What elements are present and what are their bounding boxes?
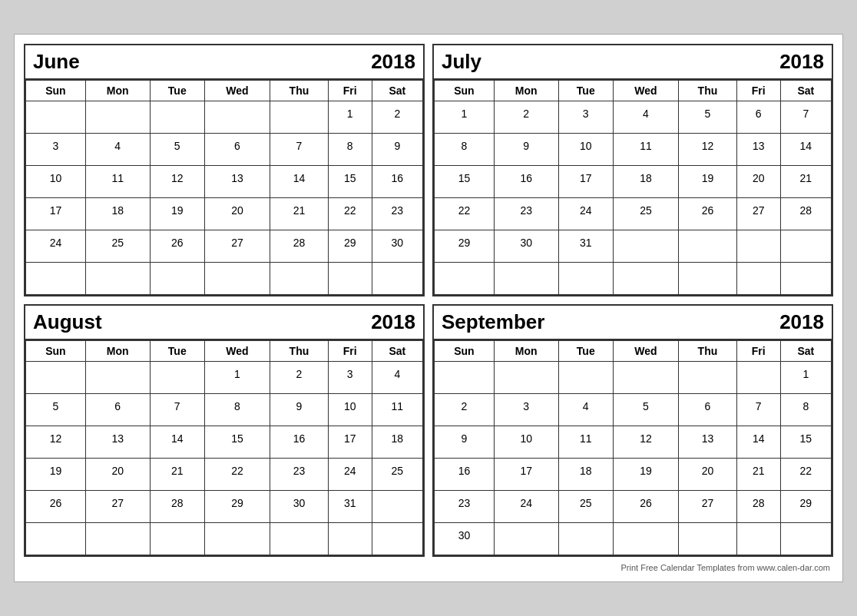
calendar-day xyxy=(204,263,270,295)
calendar-day: 9 xyxy=(372,134,422,166)
calendar-day: 14 xyxy=(780,134,831,166)
calendar-day: 3 xyxy=(26,134,86,166)
day-header: Thu xyxy=(270,81,328,101)
calendar-day: 19 xyxy=(613,459,678,491)
calendar-day xyxy=(150,362,204,394)
calendar-day: 13 xyxy=(736,134,780,166)
calendar-day: 19 xyxy=(678,166,736,198)
calendar-day xyxy=(613,523,678,555)
calendar-header-june-2018: June2018 xyxy=(25,45,423,80)
year-name-june-2018: 2018 xyxy=(371,50,415,74)
calendar-day xyxy=(678,362,736,394)
calendar-day: 29 xyxy=(780,491,831,523)
calendar-day: 3 xyxy=(328,362,372,394)
calendar-day xyxy=(328,523,372,555)
calendar-day: 1 xyxy=(328,101,372,134)
page: June2018SunMonTueWedThuFriSat12345678910… xyxy=(14,34,843,582)
calendar-day: 20 xyxy=(736,166,780,198)
calendar-day: 29 xyxy=(328,230,372,263)
calendar-day: 13 xyxy=(85,426,150,459)
calendar-day: 3 xyxy=(494,394,558,426)
calendar-day: 5 xyxy=(26,394,86,426)
calendar-day xyxy=(150,263,204,295)
calendar-day: 3 xyxy=(558,101,613,134)
calendar-day: 11 xyxy=(558,426,613,459)
year-name-july-2018: 2018 xyxy=(779,50,824,74)
day-header: Mon xyxy=(494,341,558,362)
calendar-day: 15 xyxy=(435,166,495,198)
calendar-day: 25 xyxy=(613,198,678,230)
calendar-day: 25 xyxy=(558,491,613,523)
calendar-day: 26 xyxy=(26,491,86,523)
day-header: Sat xyxy=(372,81,422,101)
calendar-day: 27 xyxy=(204,230,270,263)
day-header: Wed xyxy=(204,81,270,101)
cal-table-july-2018: SunMonTueWedThuFriSat1234567891011121314… xyxy=(434,80,832,295)
calendar-day xyxy=(494,263,558,295)
calendar-day: 2 xyxy=(372,101,422,134)
calendar-day: 1 xyxy=(435,101,495,134)
calendar-day: 23 xyxy=(372,198,422,230)
calendar-day: 6 xyxy=(736,101,780,134)
calendar-august-2018: August2018SunMonTueWedThuFriSat123456789… xyxy=(24,304,425,557)
calendar-day: 16 xyxy=(372,166,422,198)
calendar-day xyxy=(558,362,613,394)
day-header: Sun xyxy=(26,81,86,101)
calendar-day: 23 xyxy=(494,198,558,230)
calendar-day: 28 xyxy=(150,491,204,523)
calendar-day xyxy=(85,523,150,555)
day-header: Tue xyxy=(150,341,204,362)
calendar-day: 1 xyxy=(780,362,831,394)
calendar-day: 29 xyxy=(204,491,270,523)
calendar-day: 30 xyxy=(435,523,495,555)
month-name-august-2018: August xyxy=(33,310,102,334)
calendar-day: 4 xyxy=(613,101,678,134)
calendar-header-august-2018: August2018 xyxy=(25,306,423,340)
calendar-day: 8 xyxy=(435,134,495,166)
calendar-day: 23 xyxy=(270,459,328,491)
day-header: Tue xyxy=(558,341,613,362)
calendar-day: 9 xyxy=(270,394,328,426)
calendar-day: 15 xyxy=(780,426,831,459)
day-header: Mon xyxy=(85,341,150,362)
calendar-day: 21 xyxy=(150,459,204,491)
day-header: Thu xyxy=(270,341,328,362)
calendar-day: 21 xyxy=(736,459,780,491)
day-header: Fri xyxy=(328,81,372,101)
calendar-day xyxy=(780,263,831,295)
calendar-day: 22 xyxy=(204,459,270,491)
calendar-day xyxy=(678,523,736,555)
calendar-day: 6 xyxy=(678,394,736,426)
calendar-day: 11 xyxy=(85,166,150,198)
calendar-day: 4 xyxy=(85,134,150,166)
cal-table-september-2018: SunMonTueWedThuFriSat1234567891011121314… xyxy=(434,340,832,555)
cal-table-august-2018: SunMonTueWedThuFriSat1234567891011121314… xyxy=(25,340,423,555)
calendar-day: 21 xyxy=(270,198,328,230)
calendar-day: 13 xyxy=(678,426,736,459)
day-header: Wed xyxy=(204,341,270,362)
calendar-day: 26 xyxy=(613,491,678,523)
calendar-day: 4 xyxy=(372,362,422,394)
calendar-day: 30 xyxy=(372,230,422,263)
day-header: Wed xyxy=(613,341,678,362)
calendar-day xyxy=(150,101,204,134)
calendar-day xyxy=(26,263,86,295)
calendar-day: 10 xyxy=(26,166,86,198)
day-header: Sat xyxy=(780,81,831,101)
calendar-day: 15 xyxy=(204,426,270,459)
calendar-day: 18 xyxy=(558,459,613,491)
calendar-day xyxy=(558,263,613,295)
calendar-day: 12 xyxy=(678,134,736,166)
calendar-day: 16 xyxy=(494,166,558,198)
calendar-day: 22 xyxy=(328,198,372,230)
footer-text: Print Free Calendar Templates from www.c… xyxy=(24,563,833,572)
month-name-june-2018: June xyxy=(33,50,80,74)
calendar-day: 30 xyxy=(494,230,558,263)
day-header: Mon xyxy=(494,81,558,101)
calendar-day xyxy=(85,362,150,394)
calendar-day xyxy=(494,523,558,555)
calendar-day: 27 xyxy=(85,491,150,523)
calendar-day: 26 xyxy=(150,230,204,263)
year-name-august-2018: 2018 xyxy=(371,310,415,334)
calendar-day: 14 xyxy=(736,426,780,459)
